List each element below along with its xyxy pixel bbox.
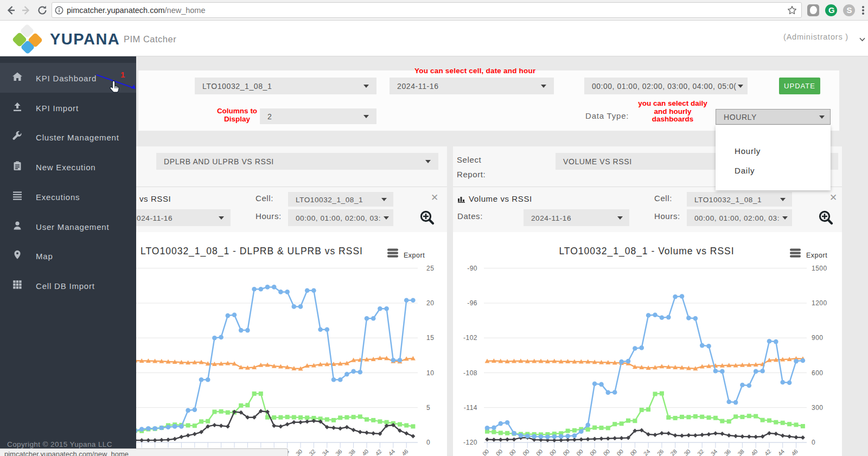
svg-text:600: 600 — [812, 369, 824, 377]
svg-text:-90: -90 — [467, 265, 477, 272]
svg-text:1500: 1500 — [812, 265, 827, 272]
svg-text:-96: -96 — [467, 299, 477, 307]
svg-text:300: 300 — [812, 404, 824, 412]
svg-text:LTO10032_1_08_1 - Volume vs RS: LTO10032_1_08_1 - Volume vs RSSI — [559, 246, 734, 257]
svg-text:900: 900 — [812, 334, 824, 342]
svg-text:20: 20 — [426, 299, 434, 307]
svg-text:0: 0 — [426, 439, 430, 446]
svg-text:LTO10032_1_08_1 - DLPRB & ULPR: LTO10032_1_08_1 - DLPRB & ULPRB vs RSSI — [141, 246, 363, 257]
svg-text:0: 0 — [812, 439, 815, 446]
svg-text:Export: Export — [806, 252, 827, 259]
svg-text:-114: -114 — [464, 404, 477, 412]
svg-text:1200: 1200 — [812, 299, 827, 307]
svg-text:5: 5 — [426, 404, 430, 412]
svg-text:-108: -108 — [463, 369, 477, 377]
svg-text:-102: -102 — [463, 334, 477, 342]
svg-text:15: 15 — [426, 334, 434, 342]
svg-text:Export: Export — [404, 252, 425, 259]
svg-text:25: 25 — [426, 265, 434, 272]
svg-text:-120: -120 — [463, 439, 477, 446]
svg-text:10: 10 — [426, 369, 434, 377]
